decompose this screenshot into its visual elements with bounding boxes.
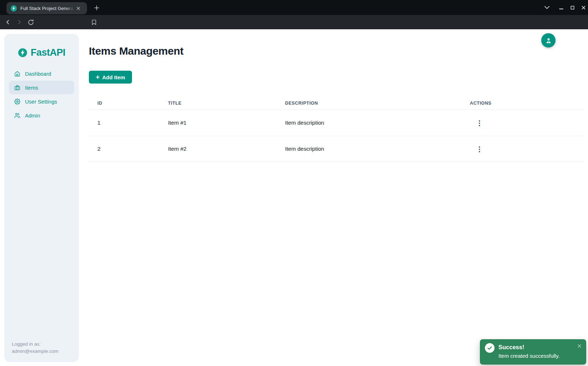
cell-title: Item #1: [168, 120, 285, 126]
table-header-row: ID TITLE DESCRIPTION ACTIONS: [89, 96, 584, 110]
column-header-id: ID: [97, 101, 168, 106]
sidebar-nav: Dashboard Items User Settings Admin: [4, 67, 79, 122]
fastapi-logo: FastAPI: [18, 47, 79, 58]
briefcase-icon: [14, 85, 20, 91]
sidebar-item-label: Items: [25, 85, 38, 91]
window-dropdown-chevron-icon[interactable]: [542, 3, 552, 12]
toast-close-icon[interactable]: [576, 342, 583, 350]
cell-title: Item #2: [168, 146, 285, 152]
column-header-description: DESCRIPTION: [285, 101, 470, 106]
sidebar-item-label: Admin: [25, 112, 40, 119]
add-item-button[interactable]: + Add Item: [89, 71, 132, 84]
fastapi-logo-lightning-icon: [18, 48, 27, 57]
browser-toolbar: i localhost/items 1: [0, 15, 588, 29]
table-row: 1 Item #1 Item description ⋮: [89, 110, 584, 136]
table-row: 2 Item #2 Item description ⋮: [89, 136, 584, 162]
column-header-title: TITLE: [168, 101, 285, 106]
sidebar-item-dashboard[interactable]: Dashboard: [9, 67, 74, 80]
bookmark-icon[interactable]: [89, 17, 98, 27]
fastapi-logo-text: FastAPI: [31, 47, 65, 58]
logged-in-status: Logged in as: admin@example.com: [12, 341, 59, 355]
back-button[interactable]: [3, 17, 13, 27]
fastapi-favicon-lightning-icon: [10, 5, 17, 12]
sidebar-item-user-settings[interactable]: User Settings: [9, 95, 74, 108]
row-actions-kebab-icon[interactable]: ⋮: [474, 144, 485, 154]
column-header-actions: ACTIONS: [470, 101, 584, 106]
cell-id: 1: [97, 120, 168, 126]
success-toast: Success! Item created successfully.: [480, 339, 586, 365]
page-title: Items Management: [89, 45, 183, 57]
home-icon: [14, 71, 20, 77]
add-item-label: Add Item: [102, 74, 125, 80]
sidebar-item-items[interactable]: Items: [9, 81, 74, 94]
row-actions-kebab-icon[interactable]: ⋮: [474, 117, 485, 128]
browser-tab-strip: Full Stack Project Genera: [0, 0, 588, 15]
cell-id: 2: [97, 146, 168, 152]
sidebar-item-label: User Settings: [25, 99, 57, 105]
sidebar: FastAPI Dashboard Items User Settings Ad…: [4, 34, 79, 362]
page-content: FastAPI Dashboard Items User Settings Ad…: [0, 29, 588, 366]
user-avatar-button[interactable]: [541, 33, 556, 47]
browser-tab[interactable]: Full Stack Project Genera: [6, 2, 87, 14]
toast-message: Item created successfully.: [498, 353, 559, 359]
new-tab-button[interactable]: [92, 3, 101, 12]
window-minimize-button[interactable]: [557, 3, 566, 12]
sidebar-item-admin[interactable]: Admin: [9, 109, 74, 122]
window-maximize-button[interactable]: [568, 3, 577, 12]
tab-title: Full Stack Project Genera: [20, 6, 75, 11]
check-circle-icon: [485, 343, 495, 353]
users-icon: [14, 112, 20, 119]
items-table: ID TITLE DESCRIPTION ACTIONS 1 Item #1 I…: [89, 96, 584, 162]
window-close-button[interactable]: [579, 3, 588, 12]
logged-in-email: admin@example.com: [12, 348, 59, 355]
tab-close-icon[interactable]: [75, 5, 82, 12]
user-icon: [544, 36, 553, 45]
logged-in-label: Logged in as:: [12, 341, 59, 348]
plus-icon: +: [96, 74, 100, 80]
sidebar-item-label: Dashboard: [25, 71, 51, 77]
gear-icon: [14, 99, 20, 105]
forward-button[interactable]: [14, 17, 24, 27]
reload-button[interactable]: [26, 17, 36, 27]
cell-description: Item description: [285, 120, 470, 126]
toast-title: Success!: [498, 344, 524, 351]
cell-description: Item description: [285, 146, 470, 152]
